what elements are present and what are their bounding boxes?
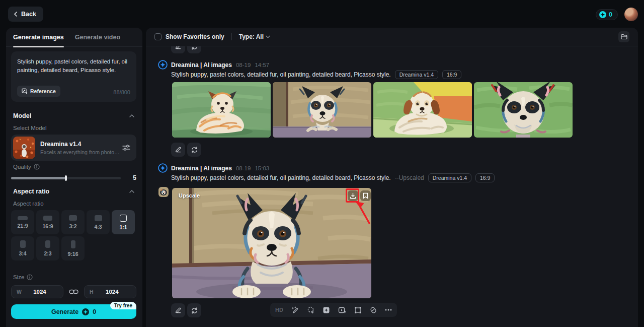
ratio-badge[interactable]: 16:9 bbox=[442, 70, 461, 79]
quality-slider-fill bbox=[11, 177, 66, 179]
ratio-4-3[interactable]: 4:3 bbox=[87, 210, 110, 234]
generated-image-1[interactable] bbox=[172, 82, 271, 138]
lasso-icon bbox=[307, 306, 314, 314]
aspect-section-label: Aspect ratio bbox=[13, 188, 49, 195]
aspect-ratio-grid: 21:9 16:9 3:2 4:3 1:1 3:4 2:3 9:16 bbox=[11, 210, 136, 260]
generate-cost: 0 bbox=[93, 308, 96, 315]
ratio-16-9[interactable]: 16:9 bbox=[36, 210, 59, 234]
chevron-up-icon[interactable] bbox=[129, 114, 134, 117]
coin-icon bbox=[599, 11, 606, 18]
edit-button-clipped[interactable] bbox=[171, 46, 185, 53]
favorites-label: Show Favorites only bbox=[166, 33, 224, 40]
info-icon[interactable] bbox=[34, 164, 40, 170]
back-button[interactable]: Back bbox=[8, 7, 43, 22]
height-field[interactable]: H 1024 bbox=[84, 285, 136, 298]
bookmark-icon bbox=[363, 192, 368, 199]
try-free-badge: Try free bbox=[110, 302, 136, 309]
height-value: 1024 bbox=[94, 289, 131, 295]
aspect-sub-label: Aspect ratio bbox=[13, 201, 44, 207]
results-panel: Show Favorites only Type: All Dreamina |… bbox=[146, 28, 638, 327]
type-dropdown[interactable]: Type: All bbox=[239, 33, 270, 40]
animate-button[interactable] bbox=[338, 306, 346, 314]
entry-date: 08-19 bbox=[236, 165, 251, 171]
retouch-button[interactable] bbox=[291, 306, 299, 314]
asset-panel-button[interactable] bbox=[618, 31, 629, 42]
type-label: Type: All bbox=[239, 33, 264, 40]
entry-2-prompt-row: Stylish puppy, pastel colors, detailed f… bbox=[171, 173, 495, 182]
reference-icon bbox=[22, 88, 28, 94]
more-dots-icon bbox=[385, 309, 392, 311]
back-label: Back bbox=[21, 11, 36, 18]
char-counter: 88/800 bbox=[113, 89, 130, 95]
download-button[interactable] bbox=[348, 190, 358, 201]
model-thumbnail bbox=[13, 137, 35, 159]
regenerate-button[interactable] bbox=[187, 143, 201, 157]
regenerate-button-2[interactable] bbox=[187, 303, 201, 317]
chevron-up-icon[interactable] bbox=[129, 190, 134, 193]
entry-source: Dreamina | AI images bbox=[171, 61, 232, 69]
ratio-21-9[interactable]: 21:9 bbox=[11, 210, 34, 234]
ratio-2-3[interactable]: 2:3 bbox=[36, 236, 59, 260]
edit-button[interactable] bbox=[171, 143, 185, 157]
upscale-overlay-label: Upscale bbox=[179, 192, 200, 199]
tab-generate-video[interactable]: Generate video bbox=[75, 28, 120, 47]
aspect-section-header: Aspect ratio bbox=[13, 188, 136, 195]
entry-2-header: Dreamina | AI images 08-19 15:03 bbox=[171, 165, 269, 172]
regenerate-button-clipped[interactable] bbox=[187, 46, 201, 53]
prompt-box[interactable]: Stylish puppy, pastel colors, detailed f… bbox=[11, 51, 136, 102]
generated-image-2[interactable] bbox=[273, 82, 371, 138]
tab-generate-images[interactable]: Generate images bbox=[13, 28, 64, 47]
generation-feed: Dreamina | AI images 08-19 14:57 Stylish… bbox=[146, 46, 638, 327]
crop-expand-button[interactable] bbox=[354, 306, 362, 314]
quality-value: 5 bbox=[133, 174, 136, 181]
width-value: 1024 bbox=[22, 289, 58, 295]
regenerate-icon bbox=[191, 307, 198, 314]
ratio-badge[interactable]: 16:9 bbox=[475, 173, 495, 182]
entry-1-images bbox=[172, 82, 573, 138]
entry-time: 15:03 bbox=[255, 165, 269, 171]
model-card[interactable]: Dreamina v1.4 Excels at everything from … bbox=[11, 135, 136, 161]
download-icon bbox=[350, 192, 356, 199]
select-model-label: Select Model bbox=[13, 125, 46, 131]
reference-button[interactable]: Reference bbox=[17, 86, 60, 97]
ratio-3-4[interactable]: 3:4 bbox=[11, 236, 34, 260]
inpaint-icon bbox=[323, 306, 330, 314]
attach-button[interactable] bbox=[370, 306, 377, 314]
model-badge[interactable]: Dreamina v1.4 bbox=[395, 70, 438, 79]
ratio-1-1[interactable]: 1:1 bbox=[112, 210, 135, 234]
folder-panel-icon bbox=[621, 34, 627, 40]
source-thumbnail[interactable] bbox=[158, 187, 169, 197]
more-button[interactable] bbox=[385, 309, 392, 311]
generate-button[interactable]: Generate 0 Try free bbox=[11, 304, 136, 319]
width-field[interactable]: W 1024 bbox=[11, 285, 63, 298]
prompt-text[interactable]: Stylish puppy, pastel colors, detailed f… bbox=[17, 57, 130, 75]
ratio-9-16[interactable]: 9:16 bbox=[61, 236, 85, 260]
link-icon[interactable] bbox=[63, 288, 84, 295]
entry-time: 14:57 bbox=[255, 62, 269, 68]
entry-1-prompt-row: Stylish puppy, pastel colors, detailed f… bbox=[171, 70, 461, 79]
edit-button-2[interactable] bbox=[171, 303, 185, 317]
model-badge[interactable]: Dreamina v1.4 bbox=[428, 173, 471, 182]
dreamina-logo-icon bbox=[158, 60, 168, 70]
reference-label: Reference bbox=[30, 88, 56, 94]
ratio-3-2[interactable]: 3:2 bbox=[61, 210, 85, 234]
width-label: W bbox=[17, 289, 22, 295]
sliders-icon[interactable] bbox=[122, 144, 130, 151]
inpaint-button[interactable] bbox=[323, 306, 330, 314]
lasso-select-button[interactable] bbox=[307, 306, 314, 314]
favorites-checkbox[interactable] bbox=[154, 33, 162, 40]
edit-pencil-icon bbox=[175, 307, 182, 314]
bookmark-button[interactable] bbox=[360, 190, 371, 201]
quality-slider-handle[interactable] bbox=[65, 175, 67, 181]
hd-button[interactable]: HD bbox=[275, 307, 283, 313]
filter-bar: Show Favorites only Type: All bbox=[146, 28, 638, 46]
generated-image-3[interactable] bbox=[373, 82, 472, 138]
generated-image-4[interactable] bbox=[474, 82, 573, 138]
quality-label: Quality bbox=[13, 164, 31, 170]
avatar[interactable] bbox=[624, 8, 638, 21]
paperclip-icon bbox=[370, 306, 377, 314]
upscaled-image[interactable] bbox=[172, 188, 371, 298]
info-icon[interactable] bbox=[27, 274, 33, 280]
credits-pill[interactable]: 0 bbox=[596, 9, 618, 20]
quality-slider[interactable] bbox=[11, 177, 121, 179]
